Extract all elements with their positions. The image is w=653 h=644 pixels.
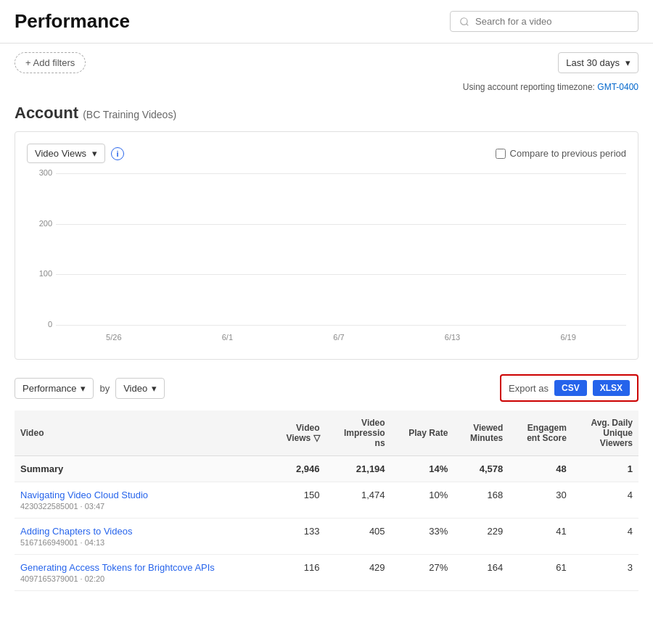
date-range-label: Last 30 days <box>566 57 620 68</box>
table-row: Generating Access Tokens for Brightcove … <box>15 555 638 591</box>
account-heading: Account (BC Training Videos) <box>0 98 653 131</box>
row-minutes: 168 <box>453 482 509 519</box>
table-row: Adding Chapters to Videos 5167166949001 … <box>15 519 638 555</box>
data-table: Video VideoViews ▽ VideoImpressions Play… <box>15 410 638 591</box>
filters-row: + Add filters Last 30 days ▾ <box>0 44 653 82</box>
row-playrate: 27% <box>391 555 454 591</box>
chart-metric-select[interactable]: Video Views ▾ <box>27 144 105 163</box>
bar-chart: 300 200 100 0 5/26 6/1 6/7 6/13 6/19 <box>27 173 626 347</box>
export-area: Export as CSV XLSX <box>500 374 638 402</box>
chart-container: Video Views ▾ i Compare to previous peri… <box>15 131 638 360</box>
x-label-526: 5/26 <box>106 333 121 342</box>
video-cell: Adding Chapters to Videos 5167166949001 … <box>15 519 270 555</box>
row-minutes: 229 <box>453 519 509 555</box>
page-title: Performance <box>15 10 130 33</box>
account-title: Account <box>15 104 78 122</box>
chevron-down-icon: ▾ <box>625 57 631 68</box>
compare-checkbox[interactable]: Compare to previous period <box>496 148 626 159</box>
col-engagement[interactable]: Engagement Score <box>509 410 572 456</box>
timezone-link[interactable]: GMT-0400 <box>597 82 638 92</box>
summary-impressions: 21,194 <box>326 456 391 482</box>
compare-checkbox-input[interactable] <box>496 149 506 159</box>
chart-header: Video Views ▾ i Compare to previous peri… <box>27 144 626 163</box>
table-controls: Performance ▾ by Video ▾ Export as CSV X… <box>15 374 638 402</box>
chevron-down-icon: ▾ <box>152 383 157 394</box>
search-bar[interactable] <box>450 11 638 32</box>
col-views[interactable]: VideoViews ▽ <box>270 410 326 456</box>
page-header: Performance <box>0 0 653 44</box>
x-label-619: 6/19 <box>560 333 575 342</box>
row-views: 150 <box>270 482 326 519</box>
table-row: Navigating Video Cloud Studio 4230322585… <box>15 482 638 519</box>
row-impressions: 429 <box>326 555 391 591</box>
row-views: 133 <box>270 519 326 555</box>
bars-area <box>56 173 626 326</box>
row-engagement: 41 <box>509 519 572 555</box>
date-range-select[interactable]: Last 30 days ▾ <box>558 52 638 73</box>
export-xlsx-button[interactable]: XLSX <box>593 380 630 396</box>
summary-playrate: 14% <box>391 456 454 482</box>
export-label: Export as <box>509 383 549 394</box>
timezone-label: Using account reporting timezone: <box>463 82 595 92</box>
row-impressions: 405 <box>326 519 391 555</box>
timezone-row: Using account reporting timezone: GMT-04… <box>0 82 653 98</box>
video-meta: 4230322585001 · 03:47 <box>20 502 264 511</box>
dimension-select[interactable]: Video ▾ <box>115 378 165 399</box>
chart-metric-label: Video Views <box>35 148 86 159</box>
video-link[interactable]: Adding Chapters to Videos <box>20 526 132 537</box>
info-icon[interactable]: i <box>111 147 124 160</box>
chevron-down-icon: ▾ <box>81 383 86 394</box>
search-input[interactable] <box>475 16 629 27</box>
video-link[interactable]: Generating Access Tokens for Brightcove … <box>20 562 215 573</box>
table-header: Video VideoViews ▽ VideoImpressions Play… <box>15 410 638 456</box>
metric-select[interactable]: Performance ▾ <box>15 378 94 399</box>
summary-views: 2,946 <box>270 456 326 482</box>
x-label-613: 6/13 <box>445 333 460 342</box>
svg-point-0 <box>461 17 467 24</box>
summary-row: Summary 2,946 21,194 14% 4,578 48 1 <box>15 456 638 482</box>
row-views: 116 <box>270 555 326 591</box>
summary-avgdaily: 1 <box>572 456 638 482</box>
search-icon <box>459 17 469 27</box>
row-avgdaily: 3 <box>572 555 638 591</box>
row-playrate: 10% <box>391 482 454 519</box>
video-link[interactable]: Navigating Video Cloud Studio <box>20 490 148 500</box>
video-cell: Generating Access Tokens for Brightcove … <box>15 555 270 591</box>
export-csv-button[interactable]: CSV <box>554 380 587 396</box>
col-playrate[interactable]: Play Rate <box>391 410 454 456</box>
add-filters-button[interactable]: + Add filters <box>15 52 86 73</box>
col-minutes[interactable]: ViewedMinutes <box>453 410 509 456</box>
metric-select-label: Performance <box>22 383 76 394</box>
svg-line-1 <box>467 23 469 25</box>
table-section: Performance ▾ by Video ▾ Export as CSV X… <box>0 374 653 591</box>
x-label-61: 6/1 <box>222 333 233 342</box>
video-meta: 5167166949001 · 04:13 <box>20 538 264 547</box>
dimension-label: Video <box>123 383 147 394</box>
row-avgdaily: 4 <box>572 482 638 519</box>
table-controls-left: Performance ▾ by Video ▾ <box>15 378 165 399</box>
col-video[interactable]: Video <box>15 410 270 456</box>
by-label: by <box>99 383 110 394</box>
account-subtitle: (BC Training Videos) <box>83 109 176 120</box>
video-cell: Navigating Video Cloud Studio 4230322585… <box>15 482 270 519</box>
row-minutes: 164 <box>453 555 509 591</box>
summary-label: Summary <box>15 456 270 482</box>
row-engagement: 61 <box>509 555 572 591</box>
row-avgdaily: 4 <box>572 519 638 555</box>
x-labels: 5/26 6/1 6/7 6/13 6/19 <box>56 327 626 347</box>
row-playrate: 33% <box>391 519 454 555</box>
row-impressions: 1,474 <box>326 482 391 519</box>
table-body: Summary 2,946 21,194 14% 4,578 48 1 Navi… <box>15 456 638 591</box>
summary-minutes: 4,578 <box>453 456 509 482</box>
video-meta: 4097165379001 · 02:20 <box>20 574 264 583</box>
x-label-67: 6/7 <box>333 333 344 342</box>
row-engagement: 30 <box>509 482 572 519</box>
col-impressions[interactable]: VideoImpressions <box>326 410 391 456</box>
col-avgdaily[interactable]: Avg. DailyUniqueViewers <box>572 410 638 456</box>
summary-engagement: 48 <box>509 456 572 482</box>
compare-label: Compare to previous period <box>510 148 626 159</box>
chevron-down-icon: ▾ <box>92 148 97 159</box>
